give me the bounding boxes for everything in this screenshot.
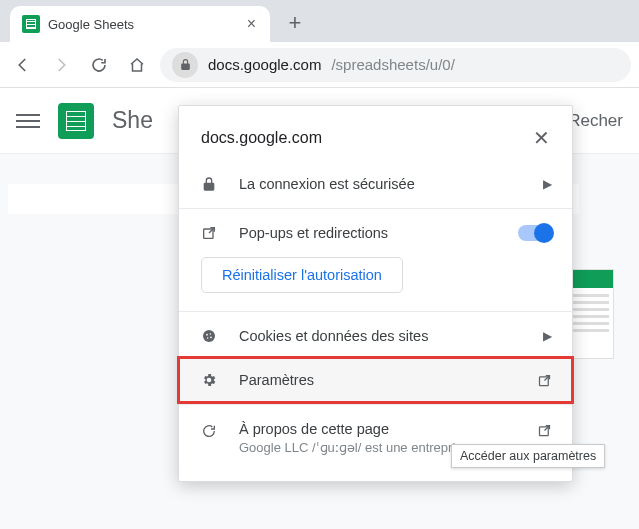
browser-tabstrip: Google Sheets × + — [0, 0, 639, 42]
home-button[interactable] — [122, 50, 152, 80]
divider — [179, 404, 572, 405]
chevron-right-icon: ▶ — [543, 177, 552, 191]
site-settings-label: Paramètres — [239, 372, 519, 388]
search-placeholder-fragment: Recher — [568, 111, 623, 131]
chevron-right-icon: ▶ — [543, 329, 552, 343]
close-tab-button[interactable]: × — [243, 14, 260, 34]
popups-redirects-label: Pop-ups et redirections — [239, 225, 500, 241]
popup-host: docs.google.com — [201, 129, 529, 147]
lock-icon — [201, 176, 221, 192]
back-button[interactable] — [8, 50, 38, 80]
svg-point-3 — [210, 333, 211, 334]
url-path: /spreadsheets/u/0/ — [331, 56, 454, 73]
url-host: docs.google.com — [208, 56, 321, 73]
sheets-icon — [22, 15, 40, 33]
sheets-logo-icon — [58, 103, 94, 139]
refresh-info-icon — [201, 423, 221, 439]
site-settings-row[interactable]: Paramètres — [179, 358, 572, 402]
app-title: She — [112, 107, 153, 134]
cookies-row[interactable]: Cookies et données des sites ▶ — [179, 314, 572, 358]
gear-icon — [201, 372, 221, 388]
open-external-icon — [537, 423, 552, 438]
address-bar[interactable]: docs.google.com/spreadsheets/u/0/ — [160, 48, 631, 82]
browser-toolbar: docs.google.com/spreadsheets/u/0/ — [0, 42, 639, 88]
svg-point-5 — [210, 336, 212, 338]
popup-permission-icon — [201, 225, 221, 241]
connection-secure-label: La connexion est sécurisée — [239, 176, 525, 192]
open-external-icon — [537, 373, 552, 388]
popups-redirects-row: Pop-ups et redirections — [179, 211, 572, 255]
svg-point-1 — [203, 330, 215, 342]
popup-close-button[interactable]: ✕ — [529, 124, 554, 152]
site-info-popup: docs.google.com ✕ La connexion est sécur… — [178, 105, 573, 482]
menu-button[interactable] — [16, 109, 40, 133]
tooltip: Accéder aux paramètres — [451, 444, 605, 468]
new-tab-button[interactable]: + — [280, 8, 310, 38]
divider — [179, 208, 572, 209]
about-page-label: À propos de cette page — [239, 421, 519, 437]
cookies-label: Cookies et données des sites — [239, 328, 525, 344]
svg-point-4 — [207, 337, 208, 338]
svg-point-2 — [206, 334, 208, 336]
divider — [179, 311, 572, 312]
forward-button[interactable] — [46, 50, 76, 80]
reset-permission-button[interactable]: Réinitialiser l'autorisation — [201, 257, 403, 293]
site-info-button[interactable] — [172, 52, 198, 78]
browser-tab-active[interactable]: Google Sheets × — [10, 6, 270, 42]
cookie-icon — [201, 328, 221, 344]
popups-toggle[interactable] — [518, 225, 552, 241]
tab-title: Google Sheets — [48, 17, 235, 32]
reload-button[interactable] — [84, 50, 114, 80]
connection-secure-row[interactable]: La connexion est sécurisée ▶ — [179, 162, 572, 206]
